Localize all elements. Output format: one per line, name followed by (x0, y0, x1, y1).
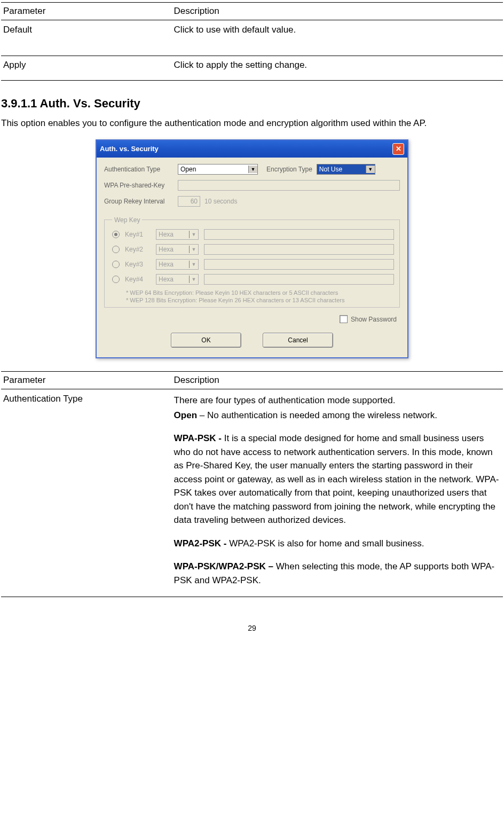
gri-input[interactable]: 60 (178, 196, 200, 207)
wep-key-1[interactable] (204, 229, 394, 240)
gri-unit: 10 seconds (204, 198, 237, 205)
table2-h1: Parameter (1, 372, 172, 389)
chevron-down-icon: ▼ (366, 166, 375, 173)
auth-desc-both: WPA-PSK/WPA2-PSK – When selecting this m… (174, 560, 501, 587)
table1-h1: Parameter (1, 3, 172, 20)
chevron-down-icon: ▼ (189, 231, 198, 238)
ok-button[interactable]: OK (171, 333, 241, 348)
table1-r1-c1: Apply (1, 56, 172, 81)
table-row: Default Click to use with default value. (1, 20, 503, 56)
auth-type-label: Authentication Type (104, 166, 174, 173)
table1-r0-c2: Click to use with default value. (172, 20, 503, 56)
wep-key-3[interactable] (204, 259, 394, 270)
psk-label: WPA Pre-shared-Key (104, 182, 174, 189)
psk-input[interactable] (178, 180, 400, 191)
table1-h2: Description (172, 3, 503, 20)
chevron-down-icon: ▼ (189, 261, 198, 268)
enc-type-label: Encryption Type (266, 166, 312, 173)
wep-key-4[interactable] (204, 274, 394, 285)
close-icon[interactable]: ✕ (392, 143, 404, 155)
wep-note-2: * WEP 128 Bits Encryption: Please Keyin … (126, 296, 394, 304)
wep-legend: Wep Key (112, 216, 142, 224)
enc-type-combo[interactable]: Not Use ▼ (317, 164, 375, 175)
wep-radio-4[interactable] (112, 276, 120, 283)
param-table-2: Parameter Description Authentication Typ… (1, 371, 503, 597)
wep-radio-2[interactable] (112, 246, 120, 253)
cancel-button[interactable]: Cancel (263, 333, 333, 348)
show-password-label: Show Password (351, 316, 397, 323)
table2-r0-c1: Authentication Type (1, 389, 172, 597)
auth-desc-open: Open – No authentication is needed among… (174, 409, 501, 422)
wep-format-4[interactable]: Hexa▼ (156, 274, 199, 285)
dialog-title: Auth. vs. Security (100, 145, 159, 153)
wep-format-2[interactable]: Hexa▼ (156, 244, 199, 255)
chevron-down-icon: ▼ (189, 276, 198, 283)
chevron-down-icon: ▼ (189, 246, 198, 253)
wep-format-1[interactable]: Hexa▼ (156, 229, 199, 240)
table1-r1-c2: Click to apply the setting change. (172, 56, 503, 81)
auth-security-dialog: Auth. vs. Security ✕ Authentication Type… (96, 139, 408, 359)
page-number: 29 (1, 624, 503, 632)
gri-label: Group Rekey Interval (104, 198, 174, 205)
wep-row: Key#2 Hexa▼ (112, 244, 394, 255)
wep-row: Key#3 Hexa▼ (112, 259, 394, 270)
wep-key-group: Wep Key Key#1 Hexa▼ Key#2 Hexa▼ Key#3 He (104, 216, 400, 308)
wep-radio-3[interactable] (112, 261, 120, 268)
section-intro: This option enables you to configure the… (1, 117, 503, 130)
titlebar: Auth. vs. Security ✕ (97, 140, 407, 158)
table2-r0-c2: There are four types of authentication m… (172, 389, 503, 597)
wep-row: Key#1 Hexa▼ (112, 229, 394, 240)
wep-radio-1[interactable] (112, 231, 120, 238)
auth-desc-wpa: WPA-PSK - It is a special mode designed … (174, 432, 501, 527)
param-table-1b: Apply Click to apply the setting change. (1, 56, 503, 81)
wep-row: Key#4 Hexa▼ (112, 274, 394, 285)
wep-note-1: * WEP 64 Bits Encryption: Please Keyin 1… (126, 289, 394, 296)
chevron-down-icon: ▼ (248, 166, 257, 173)
auth-desc-intro: There are four types of authentication m… (174, 394, 501, 407)
wep-key-2[interactable] (204, 244, 394, 255)
table1-r0-c1: Default (1, 20, 172, 56)
show-password-checkbox[interactable] (340, 315, 348, 323)
auth-type-combo[interactable]: Open ▼ (178, 164, 258, 175)
table2-h2: Description (172, 372, 503, 389)
wep-format-3[interactable]: Hexa▼ (156, 259, 199, 270)
table-row: Apply Click to apply the setting change. (1, 56, 503, 81)
section-heading: 3.9.1.1 Auth. Vs. Security (1, 97, 503, 111)
param-table-1: Parameter Description Default Click to u… (1, 2, 503, 56)
table-row: Authentication Type There are four types… (1, 389, 503, 597)
auth-desc-wpa2: WPA2-PSK - WPA2-PSK is also for home and… (174, 537, 501, 551)
